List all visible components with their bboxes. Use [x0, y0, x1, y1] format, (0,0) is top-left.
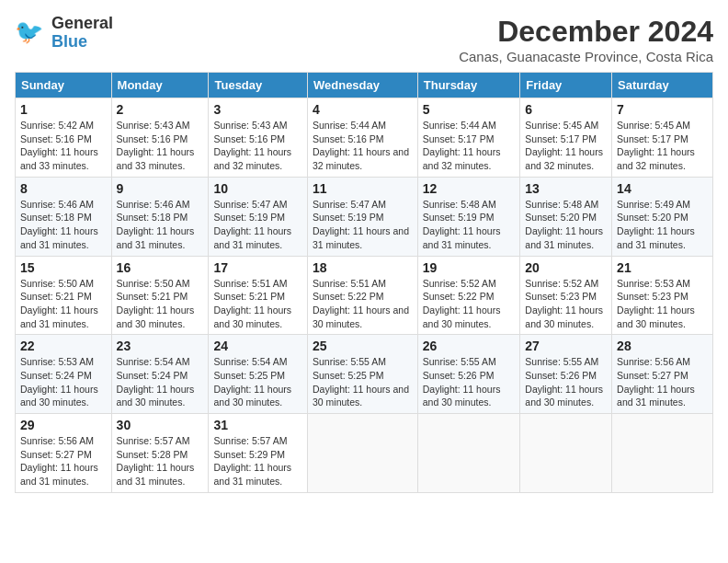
day-number: 13 — [525, 181, 607, 196]
day-info: Sunrise: 5:54 AMSunset: 5:24 PMDaylight:… — [117, 355, 204, 409]
logo: 🐦 General Blue — [15, 15, 113, 52]
col-friday: Friday — [520, 73, 612, 98]
logo-text: General Blue — [51, 15, 113, 52]
day-info: Sunrise: 5:50 AMSunset: 5:21 PMDaylight:… — [20, 277, 107, 331]
day-number: 5 — [423, 102, 516, 117]
day-number: 8 — [20, 181, 107, 196]
day-info: Sunrise: 5:55 AMSunset: 5:26 PMDaylight:… — [525, 355, 607, 409]
day-number: 3 — [213, 102, 302, 117]
day-info: Sunrise: 5:50 AMSunset: 5:21 PMDaylight:… — [117, 277, 204, 331]
day-info: Sunrise: 5:57 AMSunset: 5:28 PMDaylight:… — [117, 434, 204, 488]
calendar-cell: 15 Sunrise: 5:50 AMSunset: 5:21 PMDaylig… — [16, 256, 112, 335]
calendar-week-row: 29 Sunrise: 5:56 AMSunset: 5:27 PMDaylig… — [16, 414, 713, 493]
calendar-cell: 23 Sunrise: 5:54 AMSunset: 5:24 PMDaylig… — [111, 335, 209, 414]
calendar-cell: 21 Sunrise: 5:53 AMSunset: 5:23 PMDaylig… — [612, 256, 713, 335]
day-number: 2 — [117, 102, 204, 117]
calendar-cell: 3 Sunrise: 5:43 AMSunset: 5:16 PMDayligh… — [209, 98, 308, 178]
month-title: December 2024 — [459, 15, 713, 49]
day-info: Sunrise: 5:43 AMSunset: 5:16 PMDaylight:… — [213, 119, 302, 173]
calendar-cell: 12 Sunrise: 5:48 AMSunset: 5:19 PMDaylig… — [417, 177, 520, 256]
day-info: Sunrise: 5:45 AMSunset: 5:17 PMDaylight:… — [617, 119, 708, 173]
logo-icon: 🐦 — [15, 17, 48, 50]
day-info: Sunrise: 5:47 AMSunset: 5:19 PMDaylight:… — [313, 198, 413, 252]
day-number: 23 — [117, 339, 204, 353]
day-info: Sunrise: 5:54 AMSunset: 5:25 PMDaylight:… — [213, 355, 302, 409]
day-info: Sunrise: 5:56 AMSunset: 5:27 PMDaylight:… — [617, 355, 708, 409]
day-number: 18 — [313, 260, 413, 275]
day-info: Sunrise: 5:52 AMSunset: 5:22 PMDaylight:… — [423, 277, 516, 331]
calendar-cell: 20 Sunrise: 5:52 AMSunset: 5:23 PMDaylig… — [520, 256, 612, 335]
day-number: 10 — [213, 181, 302, 196]
calendar-header: Sunday Monday Tuesday Wednesday Thursday… — [16, 73, 713, 98]
calendar-cell: 2 Sunrise: 5:43 AMSunset: 5:16 PMDayligh… — [111, 98, 209, 178]
calendar-cell: 1 Sunrise: 5:42 AMSunset: 5:16 PMDayligh… — [16, 98, 112, 178]
day-number: 11 — [313, 181, 413, 196]
calendar-table: Sunday Monday Tuesday Wednesday Thursday… — [15, 72, 713, 493]
day-number: 26 — [423, 339, 516, 353]
title-area: December 2024 Canas, Guanacaste Province… — [459, 15, 713, 64]
day-number: 27 — [525, 339, 607, 353]
day-number: 30 — [117, 418, 204, 432]
calendar-body: 1 Sunrise: 5:42 AMSunset: 5:16 PMDayligh… — [16, 98, 713, 493]
day-info: Sunrise: 5:44 AMSunset: 5:17 PMDaylight:… — [423, 119, 516, 173]
day-info: Sunrise: 5:53 AMSunset: 5:24 PMDaylight:… — [20, 355, 107, 409]
calendar-cell: 4 Sunrise: 5:44 AMSunset: 5:16 PMDayligh… — [307, 98, 417, 178]
day-number: 28 — [617, 339, 708, 353]
calendar-cell: 28 Sunrise: 5:56 AMSunset: 5:27 PMDaylig… — [612, 335, 713, 414]
calendar-cell: 29 Sunrise: 5:56 AMSunset: 5:27 PMDaylig… — [16, 414, 112, 493]
day-info: Sunrise: 5:56 AMSunset: 5:27 PMDaylight:… — [20, 434, 107, 488]
calendar-cell: 8 Sunrise: 5:46 AMSunset: 5:18 PMDayligh… — [16, 177, 112, 256]
calendar-cell: 7 Sunrise: 5:45 AMSunset: 5:17 PMDayligh… — [612, 98, 713, 178]
calendar-cell — [520, 414, 612, 493]
day-info: Sunrise: 5:45 AMSunset: 5:17 PMDaylight:… — [525, 119, 607, 173]
calendar-cell: 19 Sunrise: 5:52 AMSunset: 5:22 PMDaylig… — [417, 256, 520, 335]
calendar-cell — [612, 414, 713, 493]
calendar-cell: 25 Sunrise: 5:55 AMSunset: 5:25 PMDaylig… — [307, 335, 417, 414]
day-number: 7 — [617, 102, 708, 117]
day-number: 22 — [20, 339, 107, 353]
calendar-cell: 18 Sunrise: 5:51 AMSunset: 5:22 PMDaylig… — [307, 256, 417, 335]
day-info: Sunrise: 5:51 AMSunset: 5:21 PMDaylight:… — [213, 277, 302, 331]
calendar-cell: 22 Sunrise: 5:53 AMSunset: 5:24 PMDaylig… — [16, 335, 112, 414]
day-info: Sunrise: 5:42 AMSunset: 5:16 PMDaylight:… — [20, 119, 107, 173]
header: 🐦 General Blue December 2024 Canas, Guan… — [15, 15, 713, 64]
day-number: 25 — [313, 339, 413, 353]
col-sunday: Sunday — [16, 73, 112, 98]
day-number: 17 — [213, 260, 302, 275]
day-info: Sunrise: 5:44 AMSunset: 5:16 PMDaylight:… — [313, 119, 413, 173]
day-number: 9 — [117, 181, 204, 196]
day-number: 14 — [617, 181, 708, 196]
calendar-cell: 5 Sunrise: 5:44 AMSunset: 5:17 PMDayligh… — [417, 98, 520, 178]
day-number: 20 — [525, 260, 607, 275]
calendar-week-row: 15 Sunrise: 5:50 AMSunset: 5:21 PMDaylig… — [16, 256, 713, 335]
day-info: Sunrise: 5:49 AMSunset: 5:20 PMDaylight:… — [617, 198, 708, 252]
day-info: Sunrise: 5:52 AMSunset: 5:23 PMDaylight:… — [525, 277, 607, 331]
calendar-cell: 30 Sunrise: 5:57 AMSunset: 5:28 PMDaylig… — [111, 414, 209, 493]
calendar-cell: 14 Sunrise: 5:49 AMSunset: 5:20 PMDaylig… — [612, 177, 713, 256]
col-monday: Monday — [111, 73, 209, 98]
col-thursday: Thursday — [417, 73, 520, 98]
day-number: 16 — [117, 260, 204, 275]
day-number: 12 — [423, 181, 516, 196]
col-tuesday: Tuesday — [209, 73, 308, 98]
day-info: Sunrise: 5:43 AMSunset: 5:16 PMDaylight:… — [117, 119, 204, 173]
header-row: Sunday Monday Tuesday Wednesday Thursday… — [16, 73, 713, 98]
location-title: Canas, Guanacaste Province, Costa Rica — [459, 49, 713, 64]
day-number: 19 — [423, 260, 516, 275]
calendar-cell — [307, 414, 417, 493]
calendar-cell: 26 Sunrise: 5:55 AMSunset: 5:26 PMDaylig… — [417, 335, 520, 414]
day-number: 15 — [20, 260, 107, 275]
day-info: Sunrise: 5:47 AMSunset: 5:19 PMDaylight:… — [213, 198, 302, 252]
calendar-cell: 11 Sunrise: 5:47 AMSunset: 5:19 PMDaylig… — [307, 177, 417, 256]
day-number: 29 — [20, 418, 107, 432]
calendar-cell: 6 Sunrise: 5:45 AMSunset: 5:17 PMDayligh… — [520, 98, 612, 178]
calendar-cell: 13 Sunrise: 5:48 AMSunset: 5:20 PMDaylig… — [520, 177, 612, 256]
calendar-week-row: 1 Sunrise: 5:42 AMSunset: 5:16 PMDayligh… — [16, 98, 713, 178]
calendar-cell — [417, 414, 520, 493]
calendar-week-row: 8 Sunrise: 5:46 AMSunset: 5:18 PMDayligh… — [16, 177, 713, 256]
calendar-cell: 31 Sunrise: 5:57 AMSunset: 5:29 PMDaylig… — [209, 414, 308, 493]
col-wednesday: Wednesday — [307, 73, 417, 98]
calendar-cell: 9 Sunrise: 5:46 AMSunset: 5:18 PMDayligh… — [111, 177, 209, 256]
calendar-cell: 27 Sunrise: 5:55 AMSunset: 5:26 PMDaylig… — [520, 335, 612, 414]
calendar-cell: 24 Sunrise: 5:54 AMSunset: 5:25 PMDaylig… — [209, 335, 308, 414]
